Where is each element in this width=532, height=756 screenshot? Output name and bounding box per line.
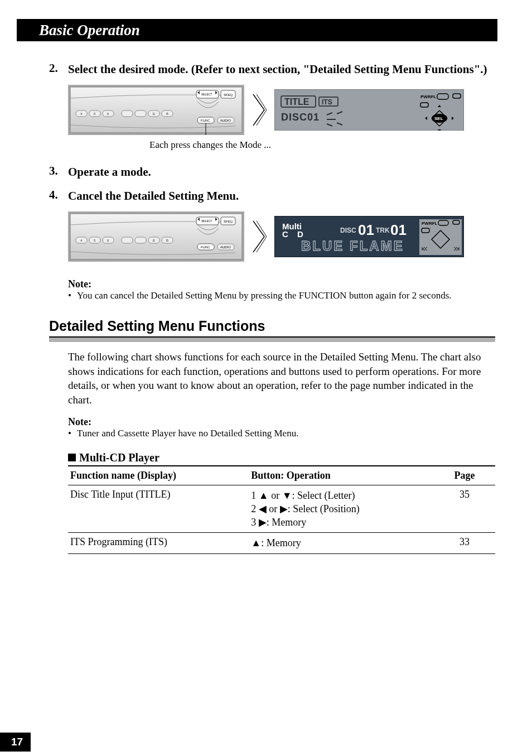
step-3: 3. Operate a mode. [49, 164, 495, 180]
svg-text:01: 01 [358, 221, 374, 238]
step-number: 2. [49, 61, 68, 77]
cell-function: ITS Programming (ITS) [68, 533, 249, 553]
cell-operation: ▲: Memory [249, 533, 434, 553]
step-text: Operate a mode. [68, 164, 151, 180]
note-title: Note: [68, 416, 495, 428]
section-paragraph: The following chart shows functions for … [68, 350, 495, 407]
sel-label: SEL [434, 116, 443, 121]
step-4: 4. Cancel the Detailed Setting Menu. [49, 188, 495, 204]
note-title: Note: [68, 278, 495, 290]
svg-text:SELECT: SELECT [201, 93, 212, 96]
note-block-2: Note: Tuner and Cassette Player have no … [68, 416, 495, 439]
svg-text:FUNC: FUNC [201, 119, 210, 122]
th-function: Function name (Display) [68, 466, 249, 485]
svg-rect-43 [122, 237, 133, 243]
square-bullet-icon [68, 454, 76, 461]
section-title: Detailed Setting Menu Functions [49, 318, 495, 336]
cell-page: 35 [434, 485, 495, 533]
figure-row-1: 4 5 6 E B SELECT SFEQ [68, 85, 495, 135]
svg-text:PWRFL: PWRFL [422, 221, 438, 226]
step-2: 2. Select the desired mode. (Refer to ne… [49, 61, 495, 77]
lcd-title-label: TITLE [284, 97, 309, 107]
device-front-panel: 4 5 6 E B SELECT SFEQ [68, 85, 244, 135]
arrow-right-icon [252, 93, 267, 127]
chapter-title: Basic Operation [39, 22, 140, 39]
cell-function: Disc Title Input (TITLE) [68, 485, 249, 533]
lcd-display-playing: Multi C D DISC 01 TRK 01 BLUE FLAME PWRF… [274, 216, 464, 257]
section-heading: Detailed Setting Menu Functions [49, 318, 495, 342]
figure-row-2: 4 5 6 E B SELECT SFEQ [68, 211, 495, 262]
svg-text:TRK: TRK [376, 227, 390, 234]
svg-text:E: E [153, 239, 155, 242]
note-block-1: Note: You can cancel the Detailed Settin… [68, 278, 495, 301]
table-row: ITS Programming (ITS)▲: Memory33 [68, 533, 495, 553]
svg-text:SFEQ: SFEQ [224, 93, 233, 97]
lcd-track-name: BLUE FLAME [301, 238, 404, 253]
svg-text:SELECT: SELECT [201, 219, 212, 223]
svg-text:B: B [166, 112, 168, 115]
svg-rect-8 [122, 110, 133, 117]
lcd-display-title: TITLE ITS DISC01 PWRFL SEL [274, 89, 464, 131]
table-row: Disc Title Input (TITLE)1 ▲ or ▼: Select… [68, 485, 495, 533]
step-number: 3. [49, 164, 68, 180]
cell-page: 33 [434, 533, 495, 553]
th-button: Button: Operation [249, 466, 434, 485]
note-bullet: Tuner and Cassette Player have no Detail… [68, 428, 495, 439]
lcd-cd-label: C D [282, 229, 307, 239]
svg-text:01: 01 [390, 221, 407, 238]
svg-rect-44 [135, 237, 146, 243]
arrow-right-icon [252, 220, 267, 253]
lcd-disc-label: DISC01 [281, 112, 320, 123]
th-page: Page [434, 466, 495, 485]
step-text: Cancel the Detailed Setting Menu. [68, 188, 239, 204]
svg-text:AUDIO: AUDIO [220, 245, 231, 249]
chapter-header: Basic Operation [17, 19, 497, 41]
cell-operation: 1 ▲ or ▼: Select (Letter)2 ◀ or ▶: Selec… [249, 485, 434, 533]
svg-text:AUDIO: AUDIO [220, 119, 231, 122]
svg-text:FUNC: FUNC [201, 245, 210, 249]
svg-text:E: E [153, 112, 155, 115]
function-table: Function name (Display) Button: Operatio… [68, 465, 495, 554]
device-front-panel: 4 5 6 E B SELECT SFEQ [68, 211, 244, 262]
pwr-label: PWRFL [420, 94, 437, 99]
figure-caption-1: Each press changes the Mode ... [149, 139, 495, 151]
step-text: Select the desired mode. (Refer to next … [68, 61, 487, 77]
step-number: 4. [49, 188, 68, 204]
subsection-title: Multi-CD Player [79, 451, 159, 464]
subsection-heading: Multi-CD Player [68, 451, 495, 464]
page-footer: 17 [17, 733, 497, 756]
lcd-its-label: ITS [322, 98, 332, 106]
svg-text:B: B [166, 239, 168, 242]
page-number: 17 [0, 733, 31, 752]
svg-rect-9 [135, 110, 146, 117]
svg-text:DISC: DISC [340, 227, 356, 234]
svg-text:SFEQ: SFEQ [224, 220, 233, 223]
note-bullet: You can cancel the Detailed Setting Menu… [68, 290, 495, 301]
